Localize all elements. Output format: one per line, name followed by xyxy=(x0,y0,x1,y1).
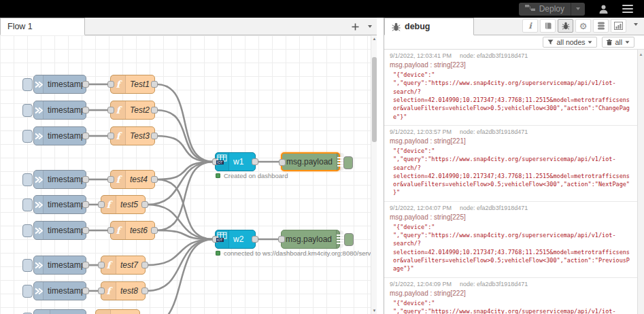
debug-toggle-button[interactable] xyxy=(343,156,353,169)
deploy-options-button[interactable] xyxy=(571,3,585,16)
input-port[interactable] xyxy=(98,201,105,208)
debug-node[interactable]: msg.payload xyxy=(281,230,340,249)
output-port[interactable] xyxy=(151,133,158,139)
function-node[interactable]: f xyxy=(95,309,140,314)
node-label: Test2 xyxy=(126,105,154,115)
inject-button[interactable] xyxy=(22,173,33,186)
debug-node[interactable]: msg.payload xyxy=(281,152,340,171)
output-port[interactable] xyxy=(151,107,158,114)
scrollbar-thumb[interactable] xyxy=(372,57,377,142)
info-icon: i xyxy=(528,21,532,31)
message-property: msg.payload : string[221] xyxy=(390,136,632,145)
function-node[interactable]: ftest8 xyxy=(101,281,146,300)
inject-button[interactable] xyxy=(22,198,33,211)
deploy-button[interactable]: Deploy xyxy=(519,3,585,16)
widget-node-w2[interactable]: IOT w2 xyxy=(215,230,256,249)
output-port[interactable] xyxy=(252,236,258,243)
input-port[interactable] xyxy=(107,133,114,139)
input-port[interactable] xyxy=(107,107,114,114)
context-data-button[interactable] xyxy=(593,19,609,33)
node-label: test7 xyxy=(116,260,142,270)
inject-button[interactable] xyxy=(22,259,33,272)
output-port[interactable] xyxy=(82,262,89,268)
inject-button[interactable] xyxy=(22,78,33,91)
inject-node[interactable]: timestamp xyxy=(33,101,86,120)
debug-message[interactable]: 9/1/2022, 12:03:41 PMnode: efa2db3f1918d… xyxy=(384,50,637,126)
filter-nodes-button[interactable]: all nodes xyxy=(543,37,597,48)
sidebar-tabbar: debug i ⚙ xyxy=(384,18,644,35)
debug-message[interactable]: 9/1/2022, 12:03:57 PMnode: efa2db3f1918d… xyxy=(384,126,637,202)
main-area: Flow 1 xyxy=(0,18,644,314)
output-port[interactable] xyxy=(82,227,89,234)
inject-button[interactable] xyxy=(22,130,33,143)
output-port[interactable] xyxy=(151,176,158,183)
output-port[interactable] xyxy=(151,227,158,234)
inject-button[interactable] xyxy=(22,224,33,237)
output-port[interactable] xyxy=(252,158,258,165)
input-port[interactable] xyxy=(107,81,114,88)
input-port[interactable] xyxy=(279,159,286,166)
inject-button[interactable] xyxy=(22,285,33,298)
function-node[interactable]: ftest4 xyxy=(110,170,155,189)
clear-messages-button[interactable]: all xyxy=(602,37,634,48)
flow-list-button[interactable] xyxy=(367,24,373,29)
function-node[interactable]: fTest3 xyxy=(110,126,155,145)
panel-splitter[interactable] xyxy=(377,18,384,314)
output-port[interactable] xyxy=(82,201,89,208)
output-port[interactable] xyxy=(141,262,148,268)
clear-filter-label: all xyxy=(615,38,622,46)
input-port[interactable] xyxy=(98,262,105,268)
inject-node[interactable]: timestamp xyxy=(33,221,86,240)
output-port[interactable] xyxy=(141,287,148,294)
function-node[interactable]: ftest7 xyxy=(101,256,146,275)
main-menu-button[interactable] xyxy=(622,3,633,15)
input-port[interactable] xyxy=(107,227,114,234)
debug-message[interactable]: 9/1/2022, 12:04:07 PMnode: efa2db3f1918d… xyxy=(384,202,637,278)
message-node-id: node: efa2db3f1918d471 xyxy=(460,205,528,211)
inject-node[interactable]: timestamp xyxy=(33,256,86,275)
debug-message[interactable]: 9/1/2022, 12:04:09 PMnode: efa2db3f1918d… xyxy=(384,278,637,314)
debug-tab-button[interactable] xyxy=(558,19,573,33)
canvas-vertical-scrollbar[interactable]: ▲ ▼ xyxy=(371,35,377,314)
message-payload: "{"device":" ","query":"https://www.snap… xyxy=(390,69,632,122)
config-nodes-button[interactable]: ⚙ xyxy=(575,19,591,33)
inject-node[interactable] xyxy=(33,309,86,314)
dashboard-tab-button[interactable] xyxy=(611,19,626,33)
node-label: test6 xyxy=(126,226,152,235)
debug-toggle-button[interactable] xyxy=(344,233,354,246)
add-flow-button[interactable] xyxy=(352,23,359,31)
inject-node[interactable]: timestamp xyxy=(33,281,86,300)
function-node[interactable]: ftest5 xyxy=(101,195,146,214)
output-port[interactable] xyxy=(141,201,148,208)
inject-node[interactable]: timestamp xyxy=(33,170,86,189)
widget-node-w1[interactable]: IOT w1 xyxy=(215,152,256,171)
output-port[interactable] xyxy=(151,81,158,88)
input-port[interactable] xyxy=(107,176,114,183)
inject-node[interactable]: timestamp xyxy=(33,126,86,145)
iot-widget-icon: IOT xyxy=(216,230,229,248)
flow-canvas[interactable]: timestamp timestamp timestamp timestamp … xyxy=(0,35,371,314)
user-button[interactable] xyxy=(598,4,609,14)
inject-node[interactable]: timestamp xyxy=(33,75,86,94)
tab-flow-1[interactable]: Flow 1 xyxy=(0,18,85,35)
input-port[interactable] xyxy=(278,236,285,243)
output-port[interactable] xyxy=(82,287,89,294)
output-port[interactable] xyxy=(82,107,89,114)
help-tab-button[interactable] xyxy=(540,19,556,33)
input-port[interactable] xyxy=(98,287,105,294)
tab-debug[interactable]: debug xyxy=(384,18,474,35)
output-port[interactable] xyxy=(82,81,89,88)
output-port[interactable] xyxy=(82,176,89,183)
inject-button[interactable] xyxy=(22,104,33,117)
scroll-up-icon[interactable]: ▲ xyxy=(638,50,644,56)
info-tab-button[interactable]: i xyxy=(522,19,538,33)
inject-arrow-icon xyxy=(34,75,44,93)
node-label: test5 xyxy=(116,200,142,209)
debug-scrollbar[interactable]: ▲ xyxy=(637,50,644,314)
function-node[interactable]: fTest2 xyxy=(110,101,155,120)
inject-node[interactable]: timestamp xyxy=(33,195,86,214)
function-node[interactable]: ftest6 xyxy=(110,221,155,240)
sidebar-options-button[interactable] xyxy=(633,22,639,27)
function-node[interactable]: fTest1 xyxy=(110,75,155,94)
output-port[interactable] xyxy=(82,133,89,139)
